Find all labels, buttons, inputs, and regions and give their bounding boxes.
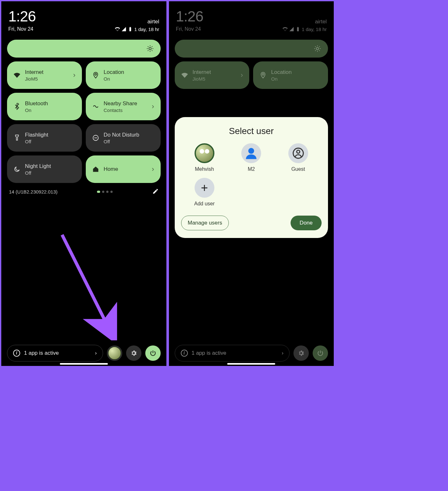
bluetooth-icon (13, 103, 20, 110)
select-user-dialog: Select user Mehvish M2 Guest + Add user … (175, 117, 328, 238)
svg-line-6 (152, 50, 152, 51)
annotation-arrow (59, 232, 123, 340)
done-button[interactable]: Done (291, 216, 322, 230)
power-button[interactable] (145, 345, 161, 361)
avatar-icon (241, 143, 261, 163)
quick-settings-tiles: InternetJioM5 › LocationOn (175, 61, 328, 89)
tile-night-light[interactable]: Night LightOff (7, 155, 82, 183)
tile-location[interactable]: LocationOn (86, 61, 161, 89)
svg-point-13 (316, 47, 318, 50)
qs-footer: i 1 app is active › (175, 345, 328, 361)
tile-bluetooth[interactable]: BluetoothOn (7, 93, 82, 120)
active-apps-label: 1 app is active (24, 350, 91, 356)
svg-line-8 (152, 46, 152, 47)
home-icon (92, 166, 99, 173)
build-info-row: 14 (U1B2.230922.013) (7, 183, 161, 195)
carrier-label: airtel (315, 19, 327, 25)
svg-line-11 (62, 235, 108, 328)
user-option-m2[interactable]: M2 (228, 143, 275, 172)
user-label: Add user (194, 201, 215, 207)
manage-users-button[interactable]: Manage users (181, 216, 229, 230)
user-grid: Mehvish M2 Guest + Add user (181, 143, 322, 212)
clock: 1:26 (176, 8, 204, 25)
build-string: 14 (U1B2.230922.013) (9, 189, 58, 194)
nearby-share-icon (92, 103, 99, 110)
add-user-button[interactable]: + Add user (181, 178, 228, 207)
tile-internet: InternetJioM5 › (175, 61, 250, 89)
brightness-icon (147, 45, 154, 52)
settings-button (293, 345, 309, 361)
chevron-right-icon: › (282, 350, 284, 356)
tile-home[interactable]: Home › (86, 155, 161, 183)
info-icon: i (13, 350, 20, 357)
svg-point-0 (149, 47, 151, 50)
tile-flashlight[interactable]: FlashlightOff (7, 124, 82, 152)
battery-text: 1 day, 18 hr (302, 27, 327, 32)
plus-icon: + (195, 178, 214, 198)
svg-line-19 (319, 50, 320, 51)
date-label: Fri, Nov 24 (176, 26, 201, 32)
svg-line-20 (315, 50, 316, 51)
battery-icon (128, 27, 133, 32)
signal-icon (121, 27, 126, 32)
dialog-title: Select user (181, 126, 322, 136)
tile-nearby-share[interactable]: Nearby ShareContacts › (86, 93, 161, 120)
svg-line-18 (315, 46, 316, 47)
svg-line-21 (319, 46, 320, 47)
gear-icon (130, 350, 137, 357)
chevron-right-icon: › (152, 165, 154, 173)
moon-icon (13, 166, 20, 173)
user-label: M2 (248, 166, 255, 172)
battery-icon (295, 27, 300, 32)
svg-point-24 (297, 150, 300, 154)
active-apps-chip: i 1 app is active › (175, 345, 290, 361)
brightness-slider (175, 40, 328, 58)
guest-icon (288, 143, 308, 163)
status-icons: 1 day, 18 hr (115, 27, 159, 32)
page-indicator (97, 191, 113, 193)
dnd-icon (92, 134, 99, 141)
qs-footer: i 1 app is active › (7, 345, 161, 361)
gear-icon (298, 350, 305, 357)
user-label: Guest (291, 166, 305, 172)
brightness-icon (314, 45, 321, 52)
svg-point-22 (248, 148, 254, 154)
chevron-right-icon: › (95, 350, 97, 356)
status-icons: 1 day, 18 hr (283, 27, 327, 32)
clock: 1:26 (8, 8, 36, 25)
nav-handle[interactable] (60, 363, 108, 365)
quick-settings-tiles: InternetJioM5 › LocationOn BluetoothOn N… (7, 61, 161, 183)
active-apps-chip[interactable]: i 1 app is active › (7, 345, 103, 361)
location-icon (260, 72, 267, 79)
nav-handle[interactable] (227, 363, 275, 365)
battery-text: 1 day, 18 hr (134, 27, 159, 32)
status-header: 1:26 airtel Fri, Nov 24 1 day, 18 hr (175, 1, 328, 35)
svg-line-5 (148, 46, 148, 47)
brightness-slider[interactable] (7, 40, 161, 58)
wifi-icon (283, 27, 288, 32)
chevron-right-icon: › (152, 102, 154, 111)
info-icon: i (181, 350, 188, 357)
power-icon (317, 350, 324, 357)
avatar-icon (108, 346, 121, 360)
phone-screenshot-left: 1:26 airtel Fri, Nov 24 1 day, 18 hr Int… (1, 1, 167, 367)
wifi-icon (181, 72, 188, 79)
svg-line-7 (148, 50, 148, 51)
flashlight-icon (13, 134, 20, 141)
edit-tiles-button[interactable] (152, 188, 159, 195)
chevron-right-icon: › (73, 71, 75, 79)
user-option-guest[interactable]: Guest (275, 143, 321, 172)
settings-button[interactable] (126, 345, 141, 361)
phone-screenshot-right: 1:26 airtel Fri, Nov 24 1 day, 18 hr Int… (168, 1, 335, 367)
tile-value: JioM5 (25, 76, 68, 82)
location-icon (92, 72, 99, 79)
user-label: Mehvish (195, 166, 214, 172)
active-apps-label: 1 app is active (192, 350, 278, 356)
user-option-mehvish[interactable]: Mehvish (181, 143, 228, 172)
tile-dnd[interactable]: Do Not DisturbOff (86, 124, 161, 152)
signal-icon (289, 27, 294, 32)
tile-title: Internet (25, 69, 68, 76)
user-switcher-button[interactable] (107, 345, 122, 361)
tile-internet[interactable]: InternetJioM5 › (7, 61, 82, 89)
power-button (313, 345, 328, 361)
